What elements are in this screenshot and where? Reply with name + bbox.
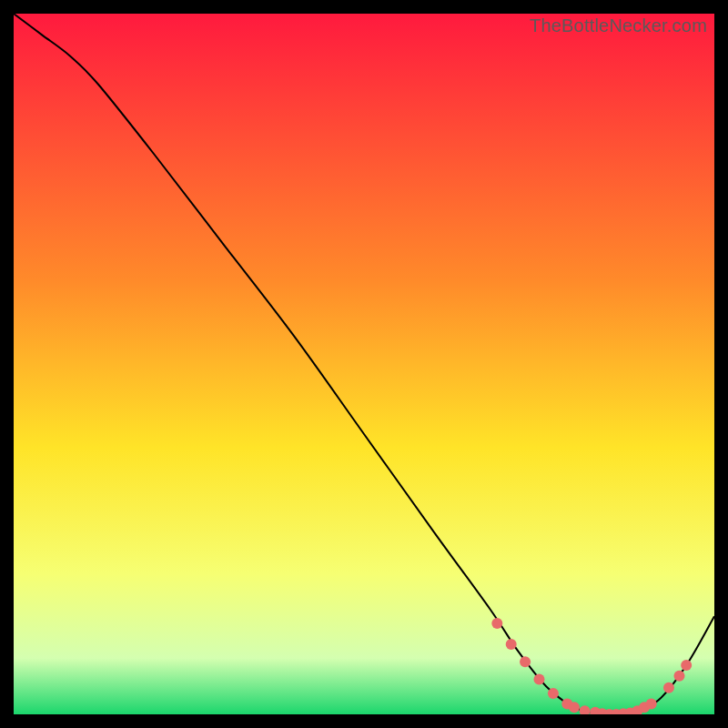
chart-frame: TheBottleNecker.com bbox=[14, 14, 714, 714]
marker-dot bbox=[534, 674, 545, 685]
marker-dot bbox=[506, 639, 517, 650]
marker-dot bbox=[491, 618, 502, 629]
chart-canvas bbox=[14, 14, 714, 714]
marker-dot bbox=[681, 660, 692, 671]
marker-dot bbox=[548, 688, 559, 699]
watermark-text: TheBottleNecker.com bbox=[530, 15, 707, 36]
marker-dot bbox=[646, 698, 657, 709]
marker-dot bbox=[520, 656, 531, 667]
marker-dot bbox=[674, 671, 685, 682]
marker-dot bbox=[663, 682, 674, 693]
marker-dot bbox=[569, 702, 580, 713]
gradient-background bbox=[14, 14, 714, 714]
